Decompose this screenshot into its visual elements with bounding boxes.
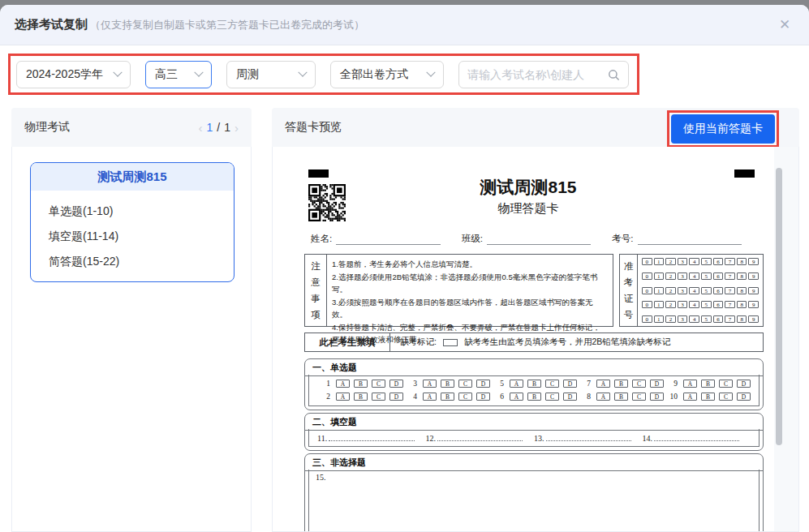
blank-section-title: 二、填空题 bbox=[305, 414, 763, 431]
digit-bubble: 9 bbox=[748, 258, 759, 265]
answer-dotted-line bbox=[437, 433, 523, 441]
notice-line: 1.答题前，考生务必将个人信息填写清楚。 bbox=[332, 258, 608, 271]
exam-type-select[interactable]: 周测 bbox=[226, 61, 316, 88]
sheet-title: 测试周测815 bbox=[282, 176, 774, 199]
digit-bubble: 8 bbox=[737, 301, 747, 308]
use-current-sheet-button[interactable]: 使用当前答题卡 bbox=[671, 114, 775, 144]
exam-list-body: 测试周测815 单选题(1-10)填空题(11-14)简答题(15-22) bbox=[11, 147, 252, 532]
digit-bubble: 8 bbox=[737, 315, 747, 323]
forbidden-label: 此栏考生禁填 bbox=[305, 333, 390, 351]
exam-card-section-line: 简答题(15-22) bbox=[49, 249, 234, 274]
blank-items: 11.12.13.14. bbox=[309, 429, 759, 446]
class-field: 班级: bbox=[462, 233, 592, 245]
blank-question: 11. bbox=[317, 433, 426, 443]
question-number: 13. bbox=[534, 434, 544, 443]
digit-bubble: 8 bbox=[737, 272, 747, 280]
essay-section: 三、非选择题 15. bbox=[304, 453, 764, 531]
scrollbar-track[interactable] bbox=[774, 147, 798, 531]
choice-question: 2ABCD bbox=[317, 393, 403, 401]
digit-bubble: 3 bbox=[678, 287, 688, 294]
class-label: 班级: bbox=[462, 233, 483, 245]
exam-card[interactable]: 测试周测815 单选题(1-10)填空题(11-14)简答题(15-22) bbox=[30, 162, 235, 282]
prev-page-icon[interactable]: ‹ bbox=[199, 121, 203, 135]
essay-question-number: 15. bbox=[309, 470, 759, 485]
exam-search-box[interactable] bbox=[458, 61, 629, 88]
school-year-select[interactable]: 2024-2025学年 bbox=[16, 61, 131, 88]
name-label: 姓名: bbox=[311, 233, 332, 245]
option-bubble: D bbox=[737, 380, 751, 388]
vertical-label-char: 准 bbox=[624, 260, 634, 272]
paper-mode-value: 全部出卷方式 bbox=[340, 67, 420, 82]
digit-bubble: 2 bbox=[665, 287, 676, 294]
option-bubble: B bbox=[701, 380, 715, 388]
exam-card-section-line: 填空题(11-14) bbox=[49, 224, 234, 249]
grade-select[interactable]: 高三 bbox=[145, 61, 212, 88]
exam-no-line bbox=[638, 234, 742, 245]
dialog-subtitle: （仅支持复制自制题卡或第三方答题卡已出卷完成的考试） bbox=[90, 18, 364, 32]
close-icon[interactable]: ✕ bbox=[775, 16, 794, 33]
option-bubble: D bbox=[389, 393, 403, 401]
option-bubble: C bbox=[545, 393, 559, 401]
digit-bubble: 5 bbox=[701, 258, 712, 265]
answer-sheet-title: 答题卡预览 bbox=[285, 120, 342, 135]
digit-bubble: 3 bbox=[678, 272, 688, 280]
digit-bubble: 0 bbox=[642, 272, 652, 280]
digit-bubble: 9 bbox=[748, 315, 759, 323]
digit-bubble: 9 bbox=[748, 272, 759, 280]
chevron-down-icon bbox=[298, 68, 307, 77]
paper-mode-select[interactable]: 全部出卷方式 bbox=[330, 61, 444, 88]
exam-type-value: 周测 bbox=[236, 67, 291, 82]
option-bubble: A bbox=[683, 393, 697, 401]
choice-section-title: 一、单选题 bbox=[305, 359, 763, 376]
option-bubble: B bbox=[527, 393, 541, 401]
choice-question: 4ABCD bbox=[404, 393, 490, 401]
option-bubble: A bbox=[510, 393, 523, 401]
option-bubble: C bbox=[719, 380, 733, 388]
digit-bubble: 7 bbox=[725, 287, 735, 294]
admission-digit-row: 0123456789 bbox=[642, 272, 759, 280]
option-bubble: A bbox=[336, 380, 350, 388]
option-bubble: A bbox=[596, 393, 610, 401]
option-bubble: C bbox=[719, 393, 733, 401]
use-button-highlight: 使用当前答题卡 bbox=[667, 110, 779, 148]
question-number: 9 bbox=[665, 380, 678, 388]
digit-bubble: 0 bbox=[642, 301, 652, 308]
search-icon bbox=[608, 69, 620, 81]
absent-mark-instructions: 缺考考生由监考员填涂考号，并用2B铅笔填涂缺考标记 bbox=[464, 337, 670, 348]
digit-bubble: 2 bbox=[665, 315, 676, 323]
exam-card-title: 测试周测815 bbox=[31, 163, 234, 191]
digit-bubble: 1 bbox=[654, 258, 665, 265]
next-page-icon[interactable]: › bbox=[235, 121, 239, 135]
digit-bubble: 8 bbox=[737, 287, 747, 294]
digit-bubble: 4 bbox=[689, 315, 699, 323]
dialog-header: 选择考试复制 （仅支持复制自制题卡或第三方答题卡已出卷完成的考试） ✕ bbox=[0, 5, 809, 45]
question-number: 3 bbox=[404, 380, 417, 388]
scrollbar-thumb[interactable] bbox=[776, 168, 782, 445]
digit-bubble: 8 bbox=[737, 258, 747, 265]
blank-section-box: 11.12.13.14. bbox=[308, 429, 760, 447]
essay-section-title: 三、非选择题 bbox=[305, 454, 763, 471]
answer-sheet-panel: 答题卡预览 使用当前答题卡 测试周测815 物理答题卡 姓名: 班级: bbox=[272, 108, 799, 532]
exam-search-input[interactable] bbox=[467, 68, 603, 81]
digit-bubble: 2 bbox=[665, 272, 676, 280]
digit-bubble: 5 bbox=[701, 301, 712, 308]
exam-no-label: 考号: bbox=[612, 233, 633, 245]
school-year-value: 2024-2025学年 bbox=[26, 67, 106, 82]
choice-question: 8ABCD bbox=[578, 393, 664, 401]
student-fields: 姓名: 班级: 考号: bbox=[311, 233, 742, 245]
option-bubble: C bbox=[545, 380, 559, 388]
digit-bubble: 6 bbox=[713, 272, 724, 280]
grade-value: 高三 bbox=[155, 67, 187, 82]
notice-label: 注意事项 bbox=[305, 255, 327, 326]
digit-bubble: 6 bbox=[713, 258, 724, 265]
forbidden-row: 此栏考生禁填 缺考标记: 缺考考生由监考员填涂考号，并用2B铅笔填涂缺考标记 bbox=[304, 332, 764, 352]
page-current: 1 bbox=[207, 121, 213, 134]
choice-question: 3ABCD bbox=[404, 380, 490, 388]
digit-bubble: 1 bbox=[654, 272, 665, 280]
vertical-label-char: 证 bbox=[624, 293, 634, 305]
digit-bubble: 9 bbox=[748, 287, 759, 294]
choice-question: 7ABCD bbox=[578, 380, 664, 388]
option-bubble: B bbox=[614, 380, 628, 388]
exam-card-sections: 单选题(1-10)填空题(11-14)简答题(15-22) bbox=[31, 191, 234, 274]
question-number: 6 bbox=[491, 393, 504, 401]
